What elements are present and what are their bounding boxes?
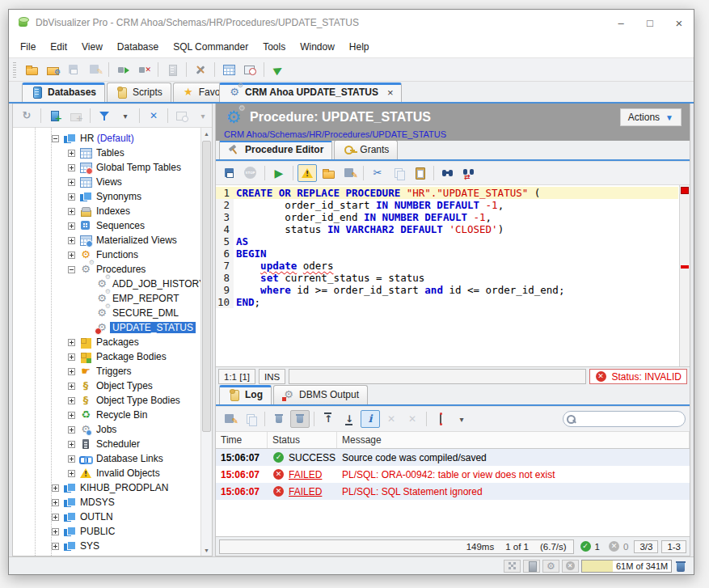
tab-databases[interactable]: Databases <box>22 82 105 102</box>
tree-item-secure-dml[interactable]: SECURE_DML <box>13 306 200 320</box>
save-edit-button[interactable] <box>220 410 239 428</box>
save-db-button[interactable] <box>220 164 239 182</box>
scroll-bottom-button[interactable] <box>340 410 359 428</box>
tree-item-functions[interactable]: Functions <box>13 247 200 262</box>
column-header-status[interactable]: Status <box>268 432 337 448</box>
toolbar-drag-handle[interactable] <box>13 61 16 78</box>
trash-button[interactable] <box>269 410 289 428</box>
connections-indicator-button[interactable] <box>523 560 540 573</box>
expand-icon[interactable] <box>68 441 75 448</box>
expand-icon[interactable] <box>68 397 75 404</box>
monitor-timer-button[interactable] <box>240 61 260 78</box>
tree-item-recycle-bin[interactable]: Recycle Bin <box>13 408 200 422</box>
tab-procedure-editor[interactable]: Procedure Editor <box>219 140 332 159</box>
column-header-time[interactable]: Time <box>216 432 268 448</box>
warning-button[interactable] <box>298 164 317 182</box>
refresh-button[interactable] <box>17 107 36 125</box>
code-line[interactable]: 4 status IN VARCHAR2 DEFAULT 'CLOSED') <box>216 223 678 235</box>
expand-icon[interactable] <box>68 470 75 477</box>
expand-icon[interactable] <box>68 150 75 157</box>
tab-dbms-output[interactable]: DBMS Output <box>273 385 368 404</box>
collapse-icon[interactable] <box>52 135 59 142</box>
tree-item-update-status[interactable]: UPDATE_STATUS <box>13 320 200 335</box>
tree-item-invalid-objects[interactable]: Invalid Objects <box>13 466 200 480</box>
cut-button[interactable] <box>368 164 387 182</box>
errors-indicator-button[interactable] <box>562 560 579 573</box>
code-line[interactable]: 5AS <box>216 235 678 247</box>
tree-item-hr[interactable]: HR (Default) <box>13 131 200 146</box>
error-marker[interactable] <box>681 265 689 269</box>
menu-item-file[interactable]: File <box>14 39 42 55</box>
garbage-collect-button[interactable] <box>674 560 687 573</box>
tree-item-database-links[interactable]: Database Links <box>13 451 200 466</box>
menu-item-sql-commander[interactable]: SQL Commander <box>167 39 255 55</box>
tree-item-synonyms[interactable]: Synonyms <box>13 189 200 204</box>
tools-button[interactable] <box>191 61 210 78</box>
run-cursor-button[interactable] <box>268 61 288 78</box>
tree-item-sys[interactable]: SYS <box>13 539 200 553</box>
log-row[interactable]: 15:06:07SUCCESSSource code was compiled/… <box>216 449 690 466</box>
tree-item-jobs[interactable]: Jobs <box>13 422 200 437</box>
add-connection-button[interactable] <box>45 107 65 125</box>
memory-indicator[interactable]: 61M of 341M <box>581 560 672 573</box>
tree-item-triggers[interactable]: Triggers <box>13 364 200 379</box>
open-folder-button[interactable] <box>319 164 338 182</box>
tab-scripts[interactable]: Scripts <box>107 82 171 102</box>
find-button[interactable] <box>438 164 458 182</box>
expand-icon[interactable] <box>52 543 59 550</box>
error-marker[interactable] <box>681 187 689 194</box>
column-header-message[interactable]: Message <box>337 432 690 448</box>
maximize-button[interactable]: □ <box>635 10 665 36</box>
close-button[interactable]: × <box>665 10 694 36</box>
trash-button[interactable] <box>290 410 310 428</box>
log-row[interactable]: 15:06:07FAILEDPL/SQL: SQL Statement igno… <box>216 483 690 500</box>
tree-item-sequences[interactable]: Sequences <box>13 218 200 233</box>
collapse-all-button[interactable] <box>144 107 163 125</box>
expand-icon[interactable] <box>52 514 59 521</box>
minimize-button[interactable]: – <box>606 10 635 36</box>
expand-icon[interactable] <box>68 426 75 434</box>
code-line[interactable]: 1CREATE OR REPLACE PROCEDURE "HR"."UPDAT… <box>216 187 678 199</box>
code-line[interactable]: 2 order_id_start IN NUMBER DEFAULT -1, <box>216 199 678 211</box>
tree-item-tables[interactable]: Tables <box>13 146 200 160</box>
search-input[interactable] <box>563 411 686 427</box>
paste-button[interactable] <box>410 164 429 182</box>
log-row[interactable]: 15:06:07FAILEDPL/SQL: ORA-00942: table o… <box>216 466 690 483</box>
tree-item-kihub-prodplan[interactable]: KIHUB_PRODPLAN <box>13 480 200 495</box>
tree-item-packages[interactable]: Packages <box>13 335 200 349</box>
tab-close-button[interactable]: × <box>387 87 394 99</box>
execute-button[interactable] <box>269 164 289 182</box>
open-folder-button[interactable] <box>22 61 41 78</box>
tree-scrollbar[interactable]: ▲ ▼ <box>200 128 212 556</box>
tree-item-scheduler[interactable]: Scheduler <box>13 437 200 451</box>
expand-icon[interactable] <box>68 193 75 201</box>
tree-item-mdsys[interactable]: MDSYS <box>13 495 200 510</box>
menu-item-help[interactable]: Help <box>343 39 376 55</box>
tree-item-outln[interactable]: OUTLN <box>13 510 200 524</box>
tree-item-package-bodies[interactable]: Package Bodies <box>13 349 200 364</box>
menu-item-edit[interactable]: Edit <box>44 39 74 55</box>
tab-grants[interactable]: Grants <box>334 140 398 159</box>
tree-item-global-temp-tables[interactable]: Global Temp Tables <box>13 160 200 175</box>
sql-editor[interactable]: 1CREATE OR REPLACE PROCEDURE "HR"."UPDAT… <box>216 185 690 366</box>
dropdown-button[interactable] <box>116 107 135 125</box>
tree-item-views[interactable]: Views <box>13 175 200 189</box>
disconnect-button[interactable] <box>134 61 154 78</box>
expand-icon[interactable] <box>68 368 75 375</box>
code-line[interactable]: 6BEGIN <box>216 247 678 260</box>
scroll-top-button[interactable] <box>319 410 338 428</box>
tree-item-object-types[interactable]: Object Types <box>13 379 200 393</box>
tree-item-indexes[interactable]: Indexes <box>13 204 200 218</box>
scroll-thumb[interactable] <box>202 141 211 432</box>
menu-item-database[interactable]: Database <box>111 39 165 55</box>
open-folder-gear-button[interactable] <box>43 61 62 78</box>
expand-icon[interactable] <box>68 339 75 346</box>
expand-icon[interactable] <box>68 412 75 419</box>
menu-item-view[interactable]: View <box>75 39 109 55</box>
row-ruler-button[interactable] <box>431 410 450 428</box>
grid-window-button[interactable] <box>219 61 238 78</box>
scroll-down-button[interactable]: ▼ <box>201 544 212 556</box>
tree-item-object-type-bodies[interactable]: Object Type Bodies <box>13 393 200 408</box>
tree-item-materialized-views[interactable]: Materialized Views <box>13 233 200 247</box>
expand-icon[interactable] <box>68 353 75 361</box>
